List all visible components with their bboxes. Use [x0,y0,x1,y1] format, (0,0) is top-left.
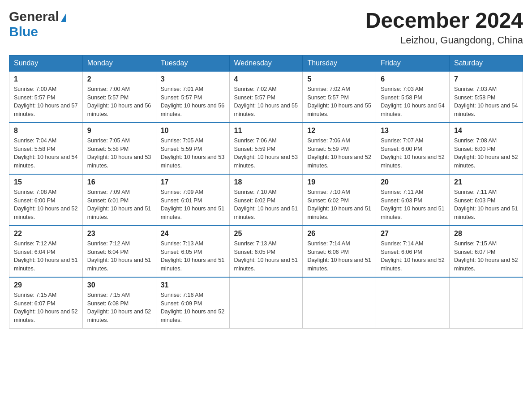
col-saturday: Saturday [450,55,523,71]
calendar-cell: 29Sunrise: 7:15 AMSunset: 6:07 PMDayligh… [9,277,83,329]
day-info: Sunrise: 7:02 AMSunset: 5:57 PMDaylight:… [307,85,371,119]
calendar-header-row: Sunday Monday Tuesday Wednesday Thursday… [9,55,523,71]
day-number: 4 [234,75,298,83]
logo-general-text: General [9,9,66,24]
calendar-cell: 8Sunrise: 7:04 AMSunset: 5:58 PMDaylight… [9,123,83,174]
title-section: December 2024 Leizhou, Guangdong, China [365,9,523,46]
day-number: 26 [307,230,371,238]
day-number: 22 [14,230,78,238]
day-number: 31 [161,281,225,289]
week-row-5: 29Sunrise: 7:15 AMSunset: 6:07 PMDayligh… [9,277,523,329]
calendar-cell: 13Sunrise: 7:07 AMSunset: 6:00 PMDayligh… [376,123,450,174]
col-monday: Monday [82,55,156,71]
logo-triangle-icon [61,13,66,22]
day-number: 19 [307,178,371,186]
day-info: Sunrise: 7:15 AMSunset: 6:08 PMDaylight:… [87,291,151,325]
calendar-cell: 28Sunrise: 7:15 AMSunset: 6:07 PMDayligh… [450,226,523,277]
calendar-cell [229,277,303,329]
day-number: 2 [87,75,151,83]
calendar-cell: 21Sunrise: 7:11 AMSunset: 6:03 PMDayligh… [450,174,523,226]
day-info: Sunrise: 7:12 AMSunset: 6:04 PMDaylight:… [14,240,78,273]
col-friday: Friday [376,55,450,71]
day-info: Sunrise: 7:10 AMSunset: 6:02 PMDaylight:… [234,188,298,222]
calendar-cell: 31Sunrise: 7:16 AMSunset: 6:09 PMDayligh… [156,277,229,329]
col-thursday: Thursday [303,55,376,71]
calendar-cell: 25Sunrise: 7:13 AMSunset: 6:05 PMDayligh… [229,226,303,277]
calendar-cell: 9Sunrise: 7:05 AMSunset: 5:58 PMDaylight… [82,123,156,174]
week-row-2: 8Sunrise: 7:04 AMSunset: 5:58 PMDaylight… [9,123,523,174]
calendar-cell: 12Sunrise: 7:06 AMSunset: 5:59 PMDayligh… [303,123,376,174]
day-info: Sunrise: 7:16 AMSunset: 6:09 PMDaylight:… [161,291,225,325]
day-number: 14 [454,127,518,135]
day-info: Sunrise: 7:09 AMSunset: 6:01 PMDaylight:… [161,188,225,222]
calendar-cell: 16Sunrise: 7:09 AMSunset: 6:01 PMDayligh… [82,174,156,226]
day-info: Sunrise: 7:11 AMSunset: 6:03 PMDaylight:… [454,188,518,222]
day-info: Sunrise: 7:05 AMSunset: 5:58 PMDaylight:… [87,137,151,170]
calendar-cell: 10Sunrise: 7:05 AMSunset: 5:59 PMDayligh… [156,123,229,174]
day-number: 17 [161,178,225,186]
day-info: Sunrise: 7:12 AMSunset: 6:04 PMDaylight:… [87,240,151,273]
day-info: Sunrise: 7:06 AMSunset: 5:59 PMDaylight:… [234,137,298,170]
day-number: 18 [234,178,298,186]
day-info: Sunrise: 7:13 AMSunset: 6:05 PMDaylight:… [234,240,298,273]
location-title: Leizhou, Guangdong, China [365,34,523,46]
day-number: 5 [307,75,371,83]
day-number: 7 [454,75,518,83]
day-info: Sunrise: 7:11 AMSunset: 6:03 PMDaylight:… [381,188,445,222]
page-header: General Blue December 2024 Leizhou, Guan… [9,9,523,46]
calendar-cell: 26Sunrise: 7:14 AMSunset: 6:06 PMDayligh… [303,226,376,277]
calendar-cell: 18Sunrise: 7:10 AMSunset: 6:02 PMDayligh… [229,174,303,226]
logo: General Blue [9,9,66,39]
calendar-cell: 27Sunrise: 7:14 AMSunset: 6:06 PMDayligh… [376,226,450,277]
calendar-cell: 11Sunrise: 7:06 AMSunset: 5:59 PMDayligh… [229,123,303,174]
week-row-1: 1Sunrise: 7:00 AMSunset: 5:57 PMDaylight… [9,71,523,123]
day-info: Sunrise: 7:05 AMSunset: 5:59 PMDaylight:… [161,137,225,170]
day-info: Sunrise: 7:00 AMSunset: 5:57 PMDaylight:… [14,85,78,119]
day-number: 12 [307,127,371,135]
calendar-table: Sunday Monday Tuesday Wednesday Thursday… [9,55,523,329]
col-wednesday: Wednesday [229,55,303,71]
day-number: 27 [381,230,445,238]
calendar-cell: 5Sunrise: 7:02 AMSunset: 5:57 PMDaylight… [303,71,376,123]
day-number: 21 [454,178,518,186]
day-info: Sunrise: 7:08 AMSunset: 6:00 PMDaylight:… [454,137,518,170]
day-info: Sunrise: 7:07 AMSunset: 6:00 PMDaylight:… [381,137,445,170]
col-tuesday: Tuesday [156,55,229,71]
day-info: Sunrise: 7:10 AMSunset: 6:02 PMDaylight:… [307,188,371,222]
day-number: 6 [381,75,445,83]
calendar-cell: 1Sunrise: 7:00 AMSunset: 5:57 PMDaylight… [9,71,83,123]
calendar-cell: 23Sunrise: 7:12 AMSunset: 6:04 PMDayligh… [82,226,156,277]
calendar-cell: 24Sunrise: 7:13 AMSunset: 6:05 PMDayligh… [156,226,229,277]
day-number: 15 [14,178,78,186]
day-number: 24 [161,230,225,238]
day-number: 13 [381,127,445,135]
day-info: Sunrise: 7:15 AMSunset: 6:07 PMDaylight:… [454,240,518,273]
calendar-cell [450,277,523,329]
general-text: General [9,9,59,24]
day-info: Sunrise: 7:14 AMSunset: 6:06 PMDaylight:… [307,240,371,273]
calendar-cell: 22Sunrise: 7:12 AMSunset: 6:04 PMDayligh… [9,226,83,277]
day-info: Sunrise: 7:15 AMSunset: 6:07 PMDaylight:… [14,291,78,325]
day-info: Sunrise: 7:00 AMSunset: 5:57 PMDaylight:… [87,85,151,119]
calendar-cell: 20Sunrise: 7:11 AMSunset: 6:03 PMDayligh… [376,174,450,226]
calendar-cell [376,277,450,329]
day-info: Sunrise: 7:06 AMSunset: 5:59 PMDaylight:… [307,137,371,170]
logo-blue-text: Blue [9,24,38,39]
day-info: Sunrise: 7:02 AMSunset: 5:57 PMDaylight:… [234,85,298,119]
calendar-cell: 14Sunrise: 7:08 AMSunset: 6:00 PMDayligh… [450,123,523,174]
calendar-cell: 19Sunrise: 7:10 AMSunset: 6:02 PMDayligh… [303,174,376,226]
day-number: 9 [87,127,151,135]
day-number: 3 [161,75,225,83]
calendar-cell: 7Sunrise: 7:03 AMSunset: 5:58 PMDaylight… [450,71,523,123]
day-number: 25 [234,230,298,238]
calendar-cell: 2Sunrise: 7:00 AMSunset: 5:57 PMDaylight… [82,71,156,123]
day-number: 23 [87,230,151,238]
day-info: Sunrise: 7:03 AMSunset: 5:58 PMDaylight:… [381,85,445,119]
day-number: 11 [234,127,298,135]
calendar-cell: 4Sunrise: 7:02 AMSunset: 5:57 PMDaylight… [229,71,303,123]
day-info: Sunrise: 7:13 AMSunset: 6:05 PMDaylight:… [161,240,225,273]
week-row-4: 22Sunrise: 7:12 AMSunset: 6:04 PMDayligh… [9,226,523,277]
calendar-cell: 3Sunrise: 7:01 AMSunset: 5:57 PMDaylight… [156,71,229,123]
day-info: Sunrise: 7:04 AMSunset: 5:58 PMDaylight:… [14,137,78,170]
day-info: Sunrise: 7:14 AMSunset: 6:06 PMDaylight:… [381,240,445,273]
